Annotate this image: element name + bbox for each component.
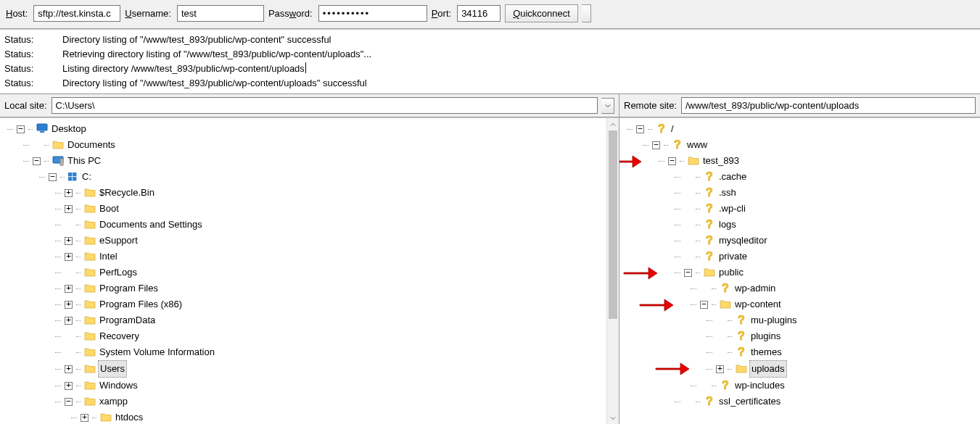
tree-item[interactable]: −www xyxy=(625,137,967,153)
expand-placeholder xyxy=(700,382,708,390)
tree-item[interactable]: ssl_certificates xyxy=(625,394,967,410)
local-site-label: Local site: xyxy=(4,100,47,111)
expand-button[interactable]: + xyxy=(65,237,73,245)
expand-button[interactable]: + xyxy=(65,301,73,309)
tree-item[interactable]: +htdocs xyxy=(6,410,606,424)
local-site-dropdown-button[interactable] xyxy=(601,98,614,114)
tree-item[interactable]: +ProgramData xyxy=(6,312,606,328)
expand-button[interactable]: + xyxy=(716,365,724,373)
folder-icon xyxy=(736,363,747,375)
status-message: Listing directory /www/test_893/public/w… xyxy=(62,62,306,76)
collapse-button[interactable]: − xyxy=(49,173,57,181)
tree-item[interactable]: −/ xyxy=(625,121,967,137)
scroll-up-button[interactable] xyxy=(607,118,619,130)
expand-placeholder xyxy=(684,189,692,197)
tree-item-label: Documents and Settings xyxy=(98,217,204,233)
expand-button[interactable]: + xyxy=(65,382,73,390)
collapse-button[interactable]: − xyxy=(700,301,708,309)
tree-item[interactable]: +Intel xyxy=(6,249,606,265)
local-site-input[interactable] xyxy=(52,97,598,114)
chevron-down-icon xyxy=(605,104,611,108)
tree-item[interactable]: Documents xyxy=(6,137,606,153)
tree-item[interactable]: wp-admin xyxy=(625,280,967,296)
tree-item[interactable]: +Program Files xyxy=(6,280,606,296)
local-tree-wrap: −DesktopDocuments−This PC−C:+$Recycle.Bi… xyxy=(0,117,619,424)
remote-tree[interactable]: −/−www−test_893.cache.ssh.wp-clilogsmysq… xyxy=(619,118,967,424)
quickconnect-dropdown-button[interactable] xyxy=(582,4,591,22)
tree-item[interactable]: wp-includes xyxy=(625,378,967,394)
tree-item-label: Intel xyxy=(98,249,119,265)
collapse-button[interactable]: − xyxy=(17,125,25,133)
tree-item[interactable]: +Windows xyxy=(6,378,606,394)
host-input[interactable] xyxy=(33,5,120,22)
tree-item-label: Boot xyxy=(98,201,120,217)
tree-item[interactable]: mu-plugins xyxy=(625,312,967,328)
tree-item[interactable]: −public xyxy=(625,265,967,280)
tree-item-label: uploads xyxy=(749,360,787,378)
remote-site-label: Remote site: xyxy=(624,100,677,111)
tree-item[interactable]: private xyxy=(625,249,967,265)
tree-item[interactable]: .ssh xyxy=(625,185,967,201)
unknown-icon xyxy=(704,171,715,183)
collapse-button[interactable]: − xyxy=(636,125,644,133)
tree-item[interactable]: −xampp xyxy=(6,394,606,410)
tree-item-label: wp-includes xyxy=(733,378,786,394)
tree-item[interactable]: +Boot xyxy=(6,201,606,217)
tree-item[interactable]: −test_893 xyxy=(625,153,967,169)
tree-item[interactable]: −This PC xyxy=(6,153,606,169)
scroll-down-button[interactable] xyxy=(607,412,619,424)
collapse-button[interactable]: − xyxy=(652,141,660,149)
collapse-button[interactable]: − xyxy=(684,269,692,277)
expand-button[interactable]: + xyxy=(65,189,73,197)
expand-button[interactable]: + xyxy=(81,414,88,422)
tree-item[interactable]: +eSupport xyxy=(6,233,606,249)
tree-item[interactable]: System Volume Information xyxy=(6,344,606,360)
expand-button[interactable]: + xyxy=(65,285,73,293)
scroll-thumb[interactable] xyxy=(609,130,617,319)
expand-button[interactable]: + xyxy=(65,317,73,325)
tree-item[interactable]: logs xyxy=(625,217,967,233)
port-input[interactable] xyxy=(457,5,501,22)
username-input[interactable] xyxy=(177,5,264,22)
tree-item[interactable]: mysqleditor xyxy=(625,233,967,249)
tree-item[interactable]: plugins xyxy=(625,328,967,344)
collapse-button[interactable]: − xyxy=(33,157,41,165)
local-tree[interactable]: −DesktopDocuments−This PC−C:+$Recycle.Bi… xyxy=(0,118,606,424)
remote-site-input[interactable] xyxy=(681,97,976,114)
unknown-icon xyxy=(704,219,715,230)
password-input[interactable] xyxy=(318,5,427,22)
folder-icon xyxy=(84,315,96,326)
tree-item[interactable]: .cache xyxy=(625,169,967,185)
expand-button[interactable]: + xyxy=(65,253,73,261)
tree-item-label: htdocs xyxy=(114,410,144,424)
tree-item-label: $Recycle.Bin xyxy=(98,185,156,201)
unknown-icon xyxy=(720,283,731,294)
tree-item[interactable]: Recovery xyxy=(6,328,606,344)
remote-site-bar: Remote site: xyxy=(619,94,980,117)
tree-item[interactable]: +uploads xyxy=(625,360,967,378)
expand-button[interactable]: + xyxy=(65,205,73,213)
tree-item[interactable]: +$Recycle.Bin xyxy=(6,185,606,201)
local-scrollbar[interactable] xyxy=(606,118,619,424)
collapse-button[interactable]: − xyxy=(668,157,676,165)
status-line: Status:Retrieving directory listing of "… xyxy=(4,47,976,62)
tree-item[interactable]: −C: xyxy=(6,169,606,185)
tree-item[interactable]: .wp-cli xyxy=(625,201,967,217)
quickconnect-button[interactable]: Quickconnect xyxy=(505,4,578,22)
tree-item-label: Desktop xyxy=(50,121,88,137)
status-line: Status:Directory listing of "/www/test_8… xyxy=(4,76,976,91)
collapse-button[interactable]: − xyxy=(65,398,73,406)
local-site-bar: Local site: xyxy=(0,94,619,117)
tree-item[interactable]: themes xyxy=(625,344,967,360)
tree-item[interactable]: −Desktop xyxy=(6,121,606,137)
expand-button[interactable]: + xyxy=(65,365,73,373)
unknown-icon xyxy=(704,396,715,407)
tree-item[interactable]: Documents and Settings xyxy=(6,217,606,233)
unknown-icon xyxy=(704,235,715,246)
tree-item[interactable]: +Program Files (x86) xyxy=(6,296,606,312)
tree-item[interactable]: −wp-content xyxy=(625,296,967,312)
folder-icon xyxy=(84,235,96,246)
tree-item[interactable]: +Users xyxy=(6,360,606,378)
tree-item[interactable]: PerfLogs xyxy=(6,265,606,280)
unknown-icon xyxy=(736,315,747,326)
